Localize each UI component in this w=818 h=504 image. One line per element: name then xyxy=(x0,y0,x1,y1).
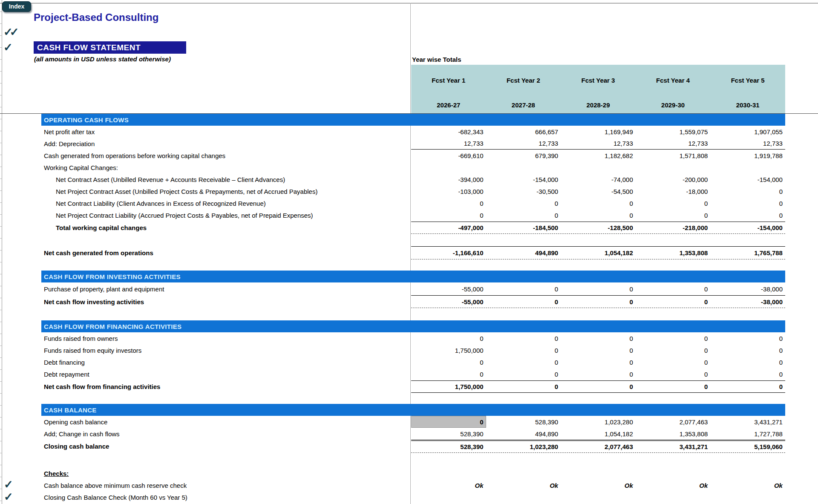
value-cell[interactable]: 0 xyxy=(411,197,486,209)
value-cell[interactable]: 0 xyxy=(636,296,711,308)
row-label[interactable]: Closing cash balance xyxy=(41,440,411,453)
value-cell[interactable]: -38,000 xyxy=(710,296,785,308)
value-cell[interactable] xyxy=(486,161,561,173)
value-cell[interactable]: 1,571,808 xyxy=(636,150,711,161)
row-label[interactable]: Debt repayment xyxy=(41,368,411,380)
value-cell[interactable]: 1,750,000 xyxy=(411,381,486,392)
value-cell[interactable]: 2,077,463 xyxy=(561,441,636,452)
year-header[interactable]: 2030-31 xyxy=(710,101,785,109)
value-cell[interactable]: 0 xyxy=(710,209,785,222)
value-cell[interactable]: -154,000 xyxy=(486,173,561,185)
row-label[interactable]: Net Contract Asset (Unbilled Revenue + A… xyxy=(41,173,411,185)
value-cell[interactable]: 1,353,808 xyxy=(636,428,711,440)
value-cell[interactable]: 0 xyxy=(561,356,636,368)
value-cell[interactable]: -1,166,610 xyxy=(411,247,486,259)
row-label[interactable]: Net cash generated from operations xyxy=(41,246,411,259)
value-cell[interactable]: 0 xyxy=(561,209,636,222)
value-cell[interactable]: 12,733 xyxy=(486,138,561,149)
row-label[interactable]: Debt financing xyxy=(41,356,411,368)
value-cell[interactable]: 528,390 xyxy=(486,416,561,428)
value-cell[interactable]: Ok xyxy=(636,479,711,491)
value-cell[interactable] xyxy=(710,161,785,173)
value-cell[interactable]: 12,733 xyxy=(636,138,711,149)
value-cell[interactable]: 0 xyxy=(710,356,785,368)
row-label[interactable]: Cash generated from operations before wo… xyxy=(41,150,411,161)
value-cell[interactable]: -74,000 xyxy=(561,173,636,185)
value-cell[interactable]: 0 xyxy=(486,296,561,308)
value-cell[interactable]: 0 xyxy=(486,197,561,209)
year-header[interactable]: 2028-29 xyxy=(561,101,636,109)
row-label[interactable]: Add: Depreciation xyxy=(41,138,411,150)
value-cell[interactable]: 528,390 xyxy=(411,441,486,452)
value-cell[interactable]: -18,000 xyxy=(636,185,711,197)
value-cell[interactable]: 0 xyxy=(636,332,711,344)
value-cell[interactable]: 0 xyxy=(710,344,785,356)
row-label[interactable]: Net cash flow from financing activities xyxy=(41,380,411,393)
row-label[interactable]: Net Project Contract Liability (Accrued … xyxy=(41,209,411,222)
value-cell[interactable]: 2,077,463 xyxy=(636,416,711,428)
value-cell[interactable]: -184,500 xyxy=(486,222,561,233)
value-cell[interactable]: 528,390 xyxy=(411,428,486,440)
value-cell[interactable]: -154,000 xyxy=(710,222,785,233)
value-cell[interactable]: 1,182,682 xyxy=(561,150,636,161)
value-cell[interactable]: 0 xyxy=(636,209,711,222)
value-cell[interactable]: -669,610 xyxy=(411,150,486,161)
value-cell[interactable]: 0 xyxy=(561,381,636,392)
row-label[interactable]: Net Contract Liability (Client Advances … xyxy=(41,197,411,209)
value-cell[interactable]: 1,559,075 xyxy=(636,126,711,138)
value-cell[interactable]: 0 xyxy=(411,332,486,344)
value-cell[interactable] xyxy=(636,491,711,503)
value-cell[interactable] xyxy=(411,161,486,173)
value-cell[interactable]: 0 xyxy=(486,381,561,392)
row-label[interactable]: Purchase of property, plant and equipmen… xyxy=(41,282,411,295)
value-cell[interactable]: 0 xyxy=(636,197,711,209)
row-label[interactable]: Cash balance above minimum cash reserve … xyxy=(41,479,411,491)
value-cell[interactable]: 1,765,788 xyxy=(710,247,785,259)
value-cell[interactable]: -497,000 xyxy=(411,222,486,233)
row-label[interactable]: Net profit after tax xyxy=(41,126,411,138)
value-cell[interactable]: 666,657 xyxy=(486,126,561,138)
value-cell[interactable]: Ok xyxy=(411,479,486,491)
value-cell[interactable]: 0 xyxy=(561,197,636,209)
value-cell[interactable]: -218,000 xyxy=(636,222,711,233)
value-cell[interactable]: -682,343 xyxy=(411,126,486,138)
value-cell[interactable]: -394,000 xyxy=(411,173,486,185)
year-header[interactable]: 2026-27 xyxy=(411,101,486,109)
value-cell[interactable]: 1,919,788 xyxy=(710,150,785,161)
value-cell[interactable]: Ok xyxy=(486,479,561,491)
value-cell[interactable]: 0 xyxy=(561,296,636,308)
value-cell[interactable]: 0 xyxy=(411,356,486,368)
row-label[interactable]: Opening cash balance xyxy=(41,416,411,428)
value-cell[interactable]: 1,023,280 xyxy=(486,441,561,452)
value-cell[interactable]: 0 xyxy=(486,209,561,222)
fcst-year-header[interactable]: Fcst Year 3 xyxy=(561,77,636,84)
value-cell[interactable]: 5,159,060 xyxy=(710,441,785,452)
year-header[interactable]: 2027-28 xyxy=(486,101,561,109)
value-cell[interactable]: 0 xyxy=(486,356,561,368)
row-label[interactable]: Working Capital Changes: xyxy=(41,161,411,173)
value-cell[interactable]: 12,733 xyxy=(710,138,785,149)
value-cell[interactable]: 0 xyxy=(486,332,561,344)
value-cell[interactable]: 0 xyxy=(710,381,785,392)
value-cell[interactable]: -38,000 xyxy=(710,282,785,295)
value-cell[interactable]: 1,750,000 xyxy=(411,344,486,356)
value-cell[interactable]: 0 xyxy=(561,332,636,344)
value-cell[interactable] xyxy=(636,161,711,173)
value-cell[interactable]: 0 xyxy=(710,368,785,380)
row-label[interactable]: Checks: xyxy=(41,467,411,479)
year-header[interactable]: 2029-30 xyxy=(636,101,711,109)
value-cell[interactable]: -200,000 xyxy=(636,173,711,185)
value-cell[interactable]: 0 xyxy=(486,282,561,295)
value-cell[interactable]: 0 xyxy=(486,368,561,380)
row-label[interactable]: Add; Change in cash flows xyxy=(41,428,411,440)
row-label[interactable]: Total working capital changes xyxy=(41,222,411,234)
value-cell[interactable] xyxy=(710,491,785,503)
value-cell[interactable]: 1,353,808 xyxy=(636,247,711,259)
value-cell[interactable]: -30,500 xyxy=(486,185,561,197)
value-cell[interactable]: 1,054,182 xyxy=(561,247,636,259)
fcst-year-header[interactable]: Fcst Year 4 xyxy=(636,77,711,84)
value-cell[interactable]: 494,890 xyxy=(486,247,561,259)
value-cell[interactable]: 1,054,182 xyxy=(561,428,636,440)
value-cell[interactable]: 0 xyxy=(710,332,785,344)
value-cell[interactable]: 494,890 xyxy=(486,428,561,440)
